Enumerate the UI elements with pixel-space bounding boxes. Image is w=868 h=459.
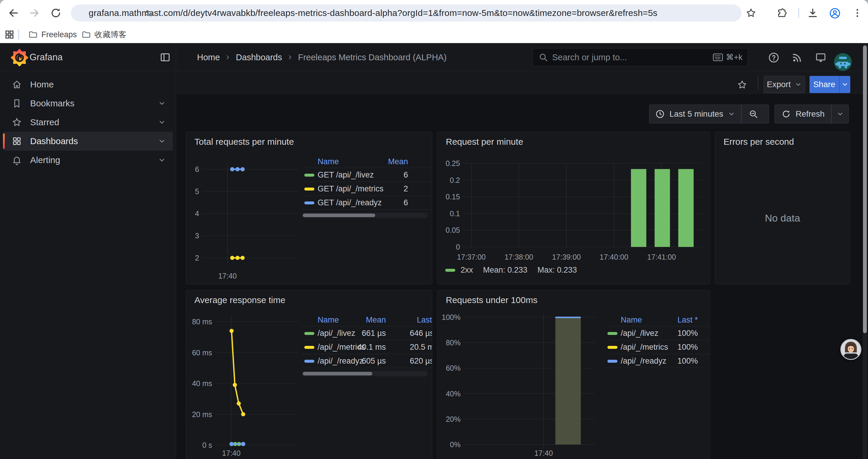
favorite-dashboard-star-icon[interactable]	[737, 80, 747, 90]
search-placeholder: Search or jump to...	[552, 53, 713, 62]
legend-row[interactable]: /api/_/readyz100%	[605, 354, 710, 368]
url-bar[interactable]: grafana.mathmast.com/d/deytv4rwavabkb/fr…	[71, 4, 742, 22]
refresh-button[interactable]: Refresh	[775, 104, 849, 124]
legend-row[interactable]: GET /api/_/readyz6	[302, 196, 432, 210]
series-name[interactable]: GET /api/_/livez	[318, 168, 374, 182]
legend-col-name[interactable]: Name	[621, 314, 642, 326]
series-color-pill	[445, 269, 455, 272]
chevron-down-icon[interactable]	[158, 119, 166, 126]
url-text[interactable]: grafana.mathmast.com/d/deytv4rwavabkb/fr…	[89, 8, 657, 18]
legend-col[interactable]: Last *	[417, 314, 432, 326]
series-value: 40.1 ms	[358, 340, 386, 354]
header-left-rail: Grafana	[0, 43, 176, 71]
legend-col-name[interactable]: Name	[318, 314, 339, 326]
svg-text:5: 5	[195, 187, 199, 196]
legend-series[interactable]: 2xx	[445, 266, 473, 275]
extensions-puzzle-icon[interactable]	[776, 8, 787, 18]
sidebar-item-label: Home	[30, 79, 54, 90]
back-icon[interactable]	[8, 7, 19, 19]
series-name[interactable]: GET /api/_/metrics	[318, 182, 383, 196]
legend-row[interactable]: GET /api/_/metrics2	[302, 182, 432, 196]
series-name[interactable]: /api/_/livez	[621, 326, 658, 340]
svg-text:20%: 20%	[446, 415, 461, 423]
series-value: 100%	[677, 354, 698, 368]
panel-title[interactable]: Errors per second	[723, 137, 794, 147]
apps-grid-icon[interactable]	[4, 29, 15, 40]
panel-requests-under-100ms: Requests under 100ms100%80%60%40%20%0%17…	[437, 290, 710, 459]
bookmark-page-star-icon[interactable]	[746, 8, 756, 18]
brand-name[interactable]: Grafana	[30, 43, 63, 71]
series-name[interactable]: /api/_/readyz	[318, 354, 363, 368]
kiosk-monitor-icon[interactable]	[815, 52, 826, 63]
series-name[interactable]: GET /api/_/readyz	[318, 196, 382, 210]
legend-scrollbar-track[interactable]	[302, 371, 428, 376]
series-color-pill	[304, 332, 314, 335]
legend-row[interactable]: GET /api/_/livez6	[302, 168, 432, 182]
breadcrumb-item[interactable]: Home	[197, 53, 220, 62]
legend-row[interactable]: /api/_/metrics100%	[605, 340, 710, 354]
zoom-out-button[interactable]	[742, 109, 765, 119]
page-scrollbar-thumb[interactable]	[863, 45, 867, 333]
share-dropdown-button[interactable]	[839, 76, 850, 93]
chart-plot[interactable]: 0.250.20.150.10.05017:37:0017:38:0017:39…	[438, 132, 710, 284]
bookmark-folder-blogs[interactable]: 收藏博客	[78, 29, 131, 40]
dashboard-actions-bar: Export Share	[176, 72, 868, 94]
legend-row[interactable]: /api/_/metrics40.1 ms20.5 ms	[302, 340, 432, 354]
series-value: 2	[404, 182, 408, 196]
sidebar-item-home[interactable]: Home	[3, 75, 173, 94]
sidebar-item-alerting[interactable]: Alerting	[3, 151, 173, 169]
profile-icon[interactable]	[829, 8, 840, 18]
browser-menu-kebab-icon[interactable]	[852, 8, 863, 18]
series-name[interactable]: /api/_/metrics	[621, 340, 668, 354]
legend-col[interactable]: Mean	[388, 155, 408, 168]
grafana-header: Grafana HomeDashboardsFreeleaps Metrics …	[0, 43, 868, 71]
dock-menu-icon[interactable]	[159, 52, 171, 63]
browser-toolbar: grafana.mathmast.com/d/deytv4rwavabkb/fr…	[0, 0, 868, 26]
downloads-icon[interactable]	[807, 8, 818, 18]
zoom-out-icon	[749, 109, 758, 119]
sidebar-item-bookmarks[interactable]: Bookmarks	[3, 94, 173, 113]
breadcrumb-item[interactable]: Dashboards	[236, 53, 282, 62]
time-range-picker[interactable]: Last 5 minutes	[649, 104, 769, 124]
chevron-down-icon[interactable]	[158, 156, 166, 164]
series-name[interactable]: /api/_/readyz	[621, 354, 666, 368]
sidebar-item-dashboards[interactable]: Dashboards	[3, 132, 173, 151]
svg-text:100%: 100%	[442, 313, 461, 321]
svg-text:40%: 40%	[446, 390, 461, 398]
legend-col-name[interactable]: Name	[318, 155, 339, 168]
svg-text:80%: 80%	[446, 338, 461, 347]
series-name[interactable]: /api/_/livez	[318, 326, 355, 340]
svg-text:80 ms: 80 ms	[192, 318, 212, 326]
chevron-down-icon[interactable]	[158, 137, 166, 145]
legend-row[interactable]: /api/_/livez661 µs646 µs	[302, 326, 432, 340]
news-rss-icon[interactable]	[792, 52, 802, 63]
grafana-logo[interactable]	[11, 48, 28, 66]
export-button[interactable]: Export	[764, 76, 805, 93]
svg-text:0%: 0%	[450, 440, 461, 449]
svg-text:6: 6	[195, 165, 199, 173]
refresh-interval-dropdown[interactable]	[832, 110, 848, 118]
series-value: 100%	[677, 340, 698, 354]
legend-scrollbar-thumb[interactable]	[303, 214, 375, 217]
chevron-down-icon[interactable]	[158, 100, 166, 107]
legend-scrollbar-thumb[interactable]	[303, 372, 372, 375]
site-settings-icon[interactable]	[144, 8, 154, 18]
sidebar-nav: HomeBookmarksStarredDashboardsAlerting	[0, 72, 176, 459]
legend-col[interactable]: Last *	[677, 314, 698, 326]
bookmark-folder-freeleaps[interactable]: Freeleaps	[24, 29, 81, 40]
legend-header-row: NameMean	[302, 155, 432, 168]
reload-icon[interactable]	[50, 7, 61, 19]
legend-col[interactable]: Mean	[366, 314, 386, 326]
legend-row[interactable]: /api/_/readyz605 µs620 µs	[302, 354, 432, 368]
forward-icon[interactable]	[29, 7, 40, 19]
user-avatar[interactable]	[834, 53, 852, 71]
share-button[interactable]: Share	[809, 76, 839, 93]
sidebar-item-starred[interactable]: Starred	[3, 113, 173, 132]
bookmark-folder-label: 收藏博客	[95, 29, 126, 40]
svg-text:0.15: 0.15	[445, 193, 460, 201]
help-icon[interactable]	[768, 52, 779, 63]
assistant-extension-avatar[interactable]	[840, 339, 862, 360]
search-input[interactable]: Search or jump to... ⌘+k	[532, 48, 748, 66]
legend-row[interactable]: /api/_/livez100%	[605, 326, 710, 340]
legend-scrollbar-track[interactable]	[302, 213, 428, 218]
